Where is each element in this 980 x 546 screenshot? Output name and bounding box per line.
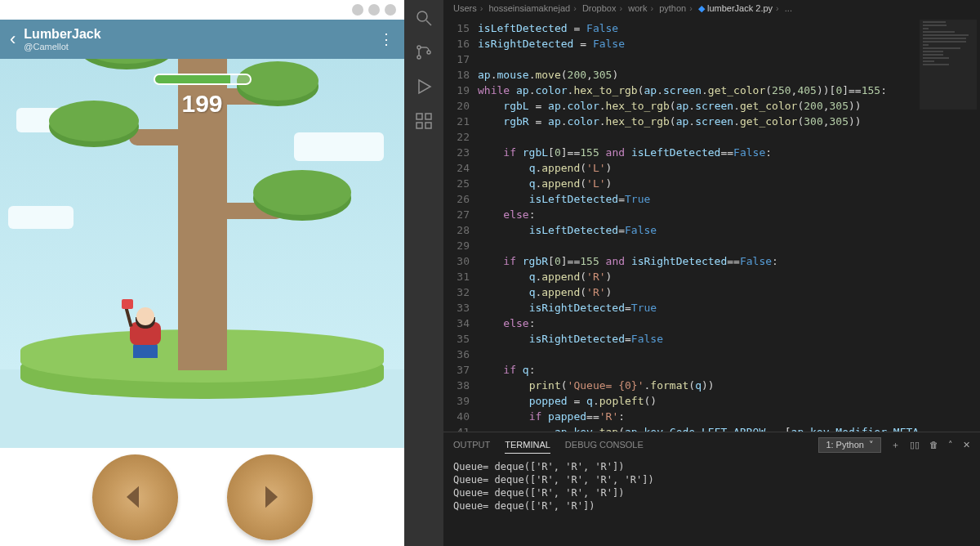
bot-name: @Camellot <box>24 42 100 51</box>
svg-rect-8 <box>416 123 422 128</box>
crumb-tail: ... <box>785 3 792 13</box>
ext-icon[interactable] <box>368 4 380 16</box>
timer-bar <box>154 74 252 85</box>
ext-icon[interactable] <box>352 4 363 16</box>
svg-line-1 <box>426 20 431 25</box>
tab-terminal[interactable]: TERMINAL <box>505 436 550 454</box>
telegram-header: ‹ LumberJack @Camellot ⋮ <box>0 20 404 59</box>
tab-debug-console[interactable]: DEBUG CONSOLE <box>565 436 644 453</box>
vscode-window: Users› hosseinsiamaknejad› Dropbox› work… <box>404 0 980 546</box>
avatar-icon[interactable] <box>385 4 396 16</box>
back-icon[interactable]: ‹ <box>10 29 16 50</box>
search-icon[interactable] <box>414 8 434 28</box>
panel-tabs: OUTPUT TERMINAL DEBUG CONSOLE 1: Python … <box>443 432 980 457</box>
trash-icon[interactable]: 🗑 <box>929 440 938 450</box>
activity-bar <box>404 0 443 546</box>
crumb[interactable]: Users <box>453 3 477 13</box>
svg-point-2 <box>417 46 421 49</box>
svg-point-4 <box>427 51 430 54</box>
score-value: 199 <box>181 90 222 118</box>
cloud <box>294 132 384 161</box>
leaves <box>49 101 139 141</box>
arrow-right-icon <box>253 481 286 513</box>
debug-icon[interactable] <box>414 77 434 96</box>
crumb[interactable]: Dropbox <box>582 3 617 13</box>
telegram-game-panel: ‹ LumberJack @Camellot ⋮ 199 <box>0 0 404 546</box>
extensions-icon[interactable] <box>414 111 434 131</box>
python-file-icon: ◆ <box>698 3 705 13</box>
close-icon[interactable]: ✕ <box>963 440 970 450</box>
svg-point-3 <box>417 56 421 59</box>
browser-icons <box>352 4 396 16</box>
game-controls <box>0 448 404 546</box>
svg-rect-9 <box>425 123 431 128</box>
crumb[interactable]: hosseinsiamaknejad <box>488 3 570 13</box>
terminal-selector[interactable]: 1: Python ˅ <box>818 437 881 453</box>
new-terminal-icon[interactable]: ＋ <box>891 439 900 451</box>
arrow-left-icon <box>118 481 151 513</box>
split-terminal-icon[interactable]: ▯▯ <box>910 440 920 450</box>
cloud <box>8 206 74 229</box>
chevron-up-icon[interactable]: ˄ <box>948 440 953 450</box>
right-button[interactable] <box>227 454 313 540</box>
breadcrumb[interactable]: Users› hosseinsiamaknejad› Dropbox› work… <box>443 0 980 18</box>
game-canvas[interactable]: 199 <box>0 59 404 448</box>
bottom-panel: OUTPUT TERMINAL DEBUG CONSOLE 1: Python … <box>443 432 980 546</box>
crumb[interactable]: python <box>659 3 686 13</box>
svg-point-0 <box>417 11 427 21</box>
source-control-icon[interactable] <box>414 43 434 62</box>
svg-marker-5 <box>419 80 430 93</box>
code-lines[interactable]: isLeftDetected = FalseisRightDetected = … <box>478 18 980 432</box>
leaves <box>253 170 351 215</box>
game-title: LumberJack <box>24 27 100 42</box>
browser-chrome <box>0 0 404 20</box>
header-titles: LumberJack @Camellot <box>24 27 100 51</box>
tab-output[interactable]: OUTPUT <box>453 436 490 453</box>
svg-rect-6 <box>416 114 422 119</box>
line-gutter: 1516171819202122232425262728293031323334… <box>443 18 478 432</box>
svg-rect-7 <box>425 114 431 119</box>
terminal-output[interactable]: Queue= deque(['R', 'R', 'R']) Queue= deq… <box>443 457 980 546</box>
crumb-file[interactable]: lumberJack 2.py <box>707 3 773 13</box>
editor-area: Users› hosseinsiamaknejad› Dropbox› work… <box>443 0 980 546</box>
more-icon[interactable]: ⋮ <box>379 30 394 48</box>
code-editor[interactable]: 1516171819202122232425262728293031323334… <box>443 18 980 432</box>
crumb[interactable]: work <box>628 3 647 13</box>
left-button[interactable] <box>92 454 178 540</box>
minimap[interactable] <box>920 20 977 110</box>
